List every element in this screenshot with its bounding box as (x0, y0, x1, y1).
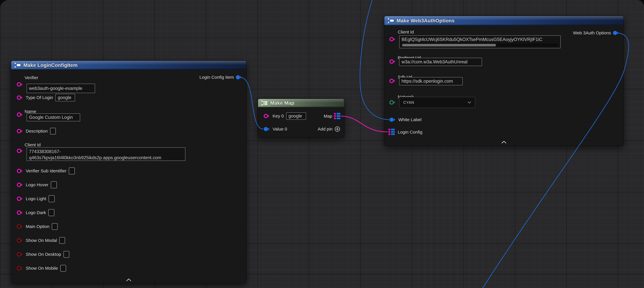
description-pin[interactable] (17, 129, 24, 134)
description-field[interactable] (50, 128, 56, 134)
show-on-modal-field[interactable] (59, 237, 65, 244)
description-label: Description (26, 129, 48, 134)
sdk-url-field[interactable]: https://sdk.openlogin.com (399, 77, 463, 85)
show-on-mobile-pin[interactable] (17, 266, 24, 271)
key0-label: Key 0 (272, 114, 284, 119)
logo-dark-pin[interactable] (17, 210, 24, 215)
map-output-pin[interactable] (334, 113, 340, 119)
client-id-pin[interactable] (389, 37, 396, 42)
value0-label: Value 0 (272, 127, 287, 132)
white-label-pin[interactable] (389, 117, 396, 122)
type-of-login-field[interactable]: google (56, 94, 75, 101)
show-on-modal-label: Show On Modal (26, 238, 57, 243)
verifier-label: Verifier (24, 75, 38, 80)
redirect-url-field[interactable]: w3a://com.w3a.Web3AuthUnreal (399, 58, 482, 66)
client-id-field[interactable]: BEglQSgt4cUWcj6SKRdu5QkOXTsePmMcusG5EAoy… (399, 36, 561, 48)
network-selected-value: CYAN (403, 100, 414, 105)
key0-pin[interactable] (264, 114, 270, 119)
client-id-label: Client Id (398, 30, 414, 35)
value0-pin[interactable] (264, 127, 270, 132)
add-pin-plus-icon[interactable] (334, 126, 340, 132)
logo-hover-field[interactable] (51, 181, 57, 188)
logo-light-field[interactable] (48, 195, 55, 202)
name-label: Name (24, 109, 36, 114)
client-id-field[interactable]: 774338308167-q463s7kpvja16l4l0kko3nb925i… (26, 147, 186, 161)
key0-field[interactable]: google (286, 112, 306, 120)
node-title: Make LoginConfigItem (24, 62, 78, 68)
verifier-field[interactable]: web3auth-google-example (26, 84, 95, 93)
client-id-horizontal-scrollbar[interactable] (402, 44, 558, 47)
verifier-sub-identifier-field[interactable] (69, 167, 75, 174)
add-pin-label: Add pin (318, 127, 332, 132)
main-option-pin[interactable] (17, 224, 24, 229)
verifier-sub-identifier-pin[interactable] (17, 168, 24, 173)
blueprint-graph-canvas[interactable]: Make LoginConfigItem Login Config Item V… (0, 0, 644, 288)
node-header-make-login-config-item[interactable]: Make LoginConfigItem (11, 61, 246, 69)
wire-map-to-login-config[interactable] (341, 116, 388, 132)
verifier-sub-identifier-label: Verifier Sub Identifier (26, 168, 66, 173)
name-pin[interactable] (17, 112, 24, 117)
client-id-scrollbar-thumb[interactable] (402, 44, 496, 46)
make-map-icon (261, 100, 268, 106)
client-id-field-text: BEglQSgt4cUWcj6SKRdu5QkOXTsePmMcusG5EAoy… (402, 37, 542, 42)
map-output-label: Map (324, 114, 332, 119)
logo-dark-field[interactable] (48, 209, 54, 216)
network-pin[interactable] (389, 100, 396, 105)
logo-light-pin[interactable] (17, 196, 24, 201)
collapse-node-chevron-icon[interactable] (501, 141, 506, 144)
logo-dark-label: Logo Dark (26, 210, 46, 215)
web3auth-options-output-pin[interactable] (613, 31, 620, 36)
output-pin-label: Login Config Item (200, 75, 234, 80)
output-pin-label: Web 3Auth Options (573, 31, 611, 36)
show-on-desktop-pin[interactable] (17, 252, 24, 257)
collapse-node-chevron-icon[interactable] (126, 278, 131, 281)
type-of-login-pin[interactable] (17, 95, 24, 100)
main-option-label: Main Option (26, 224, 50, 229)
network-dropdown[interactable]: CYAN (399, 97, 475, 108)
make-struct-icon (14, 62, 21, 68)
type-of-login-label: Type Of Login (26, 95, 53, 100)
redirect-url-pin[interactable] (389, 59, 396, 64)
node-header-make-map[interactable]: Make Map (258, 99, 344, 107)
name-field[interactable]: Google Custom Login (26, 113, 80, 121)
node-title: Make Map (270, 100, 294, 106)
show-on-desktop-field[interactable] (64, 251, 69, 258)
node-make-web3auth-options: Make Web3AuthOptions Web 3Auth Options C… (384, 16, 624, 146)
show-on-mobile-label: Show On Mobile (26, 266, 58, 271)
show-on-mobile-field[interactable] (60, 265, 66, 271)
logo-hover-pin[interactable] (17, 182, 24, 187)
logo-light-label: Logo Light (26, 196, 46, 201)
show-on-desktop-label: Show On Desktop (26, 252, 61, 257)
login-config-label: Login Config (398, 130, 422, 135)
logo-hover-label: Logo Hover (26, 182, 48, 187)
show-on-modal-pin[interactable] (17, 238, 24, 243)
node-make-map: Make Map Key 0 google Map Value 0 Add pi… (258, 99, 344, 137)
client-id-label: Client Id (24, 142, 41, 147)
main-option-field[interactable] (52, 223, 58, 230)
login-config-pin[interactable] (388, 129, 395, 135)
sdk-url-pin[interactable] (389, 78, 396, 83)
chevron-down-icon (468, 101, 471, 103)
client-id-pin[interactable] (17, 148, 24, 153)
white-label-label: White Label (398, 117, 422, 122)
login-config-item-output-pin[interactable] (236, 75, 242, 80)
node-make-login-config-item: Make LoginConfigItem Login Config Item V… (11, 61, 246, 283)
node-title: Make Web3AuthOptions (396, 18, 454, 24)
node-header-make-web3auth-options[interactable]: Make Web3AuthOptions (384, 16, 624, 25)
verifier-pin[interactable] (17, 82, 24, 87)
make-struct-icon (388, 18, 394, 24)
